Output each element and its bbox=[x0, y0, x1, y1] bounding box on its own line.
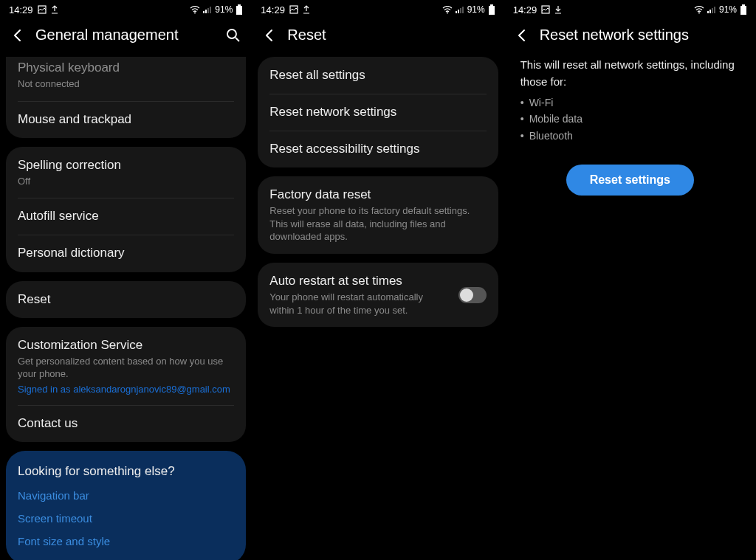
row-customization-service[interactable]: Customization Service Get personalized c… bbox=[6, 327, 246, 405]
upload-icon bbox=[51, 5, 58, 14]
battery-percent: 91% bbox=[215, 4, 233, 15]
svg-rect-20 bbox=[709, 10, 711, 13]
row-reset-all-settings[interactable]: Reset all settings bbox=[258, 57, 498, 94]
search-button[interactable] bbox=[225, 27, 241, 44]
wifi-icon bbox=[442, 6, 453, 14]
bullet-bluetooth: Bluetooth bbox=[529, 128, 740, 144]
row-title: Auto restart at set times bbox=[269, 273, 449, 289]
battery-icon bbox=[236, 4, 243, 15]
card-reset: Reset bbox=[6, 281, 246, 318]
row-reset-network-settings[interactable]: Reset network settings bbox=[258, 94, 498, 131]
battery-percent: 91% bbox=[467, 4, 485, 15]
screenshot-icon bbox=[38, 5, 47, 14]
wifi-icon bbox=[190, 6, 200, 14]
link-navigation-bar[interactable]: Navigation bar bbox=[18, 489, 234, 502]
signal-icon bbox=[707, 6, 716, 13]
row-title: Physical keyboard bbox=[18, 60, 234, 76]
panel-reset: 14:29 91% bbox=[252, 0, 504, 560]
panel-reset-network-settings: 14:29 91% bbox=[504, 0, 756, 560]
row-spelling-correction[interactable]: Spelling correction Off bbox=[6, 147, 246, 198]
row-title: Reset bbox=[18, 291, 234, 308]
header: General management bbox=[0, 19, 252, 57]
card-spelling-group: Spelling correction Off Autofill service… bbox=[6, 147, 246, 272]
row-sub: Off bbox=[18, 175, 234, 188]
page-title: General management bbox=[35, 27, 215, 44]
row-title: Factory data reset bbox=[269, 187, 486, 203]
row-reset-accessibility-settings[interactable]: Reset accessibility settings bbox=[258, 131, 498, 167]
card-looking-for: Looking for something else? Navigation b… bbox=[6, 451, 246, 560]
row-title: Mouse and trackpad bbox=[18, 111, 234, 128]
card-reset-options: Reset all settings Reset network setting… bbox=[258, 57, 498, 167]
row-physical-keyboard[interactable]: Physical keyboard Not connected bbox=[6, 57, 246, 101]
back-button[interactable] bbox=[262, 28, 277, 43]
svg-point-18 bbox=[698, 12, 700, 13]
svg-point-10 bbox=[447, 12, 448, 13]
row-title: Spelling correction bbox=[18, 157, 234, 173]
row-title: Contact us bbox=[18, 415, 234, 432]
svg-rect-13 bbox=[460, 8, 461, 13]
battery-percent: 91% bbox=[719, 4, 737, 15]
accent-title: Looking for something else? bbox=[18, 464, 234, 479]
row-title: Customization Service bbox=[18, 337, 234, 353]
signal-icon bbox=[203, 6, 212, 13]
svg-rect-16 bbox=[489, 6, 495, 15]
status-time: 14:29 bbox=[513, 4, 537, 15]
svg-rect-15 bbox=[490, 4, 493, 6]
status-bar: 14:29 91% bbox=[252, 0, 504, 19]
network-settings-list: Wi-Fi Mobile data Bluetooth bbox=[507, 90, 753, 144]
link-font-size-style[interactable]: Font size and style bbox=[18, 535, 234, 547]
svg-rect-11 bbox=[456, 11, 457, 13]
svg-rect-12 bbox=[458, 10, 459, 13]
row-title: Autofill service bbox=[18, 208, 234, 224]
bullet-mobile-data: Mobile data bbox=[529, 111, 740, 127]
row-title: Reset all settings bbox=[269, 67, 486, 83]
page-title: Reset network settings bbox=[540, 27, 746, 44]
auto-restart-toggle[interactable] bbox=[458, 287, 487, 303]
header: Reset network settings bbox=[504, 19, 756, 57]
row-factory-data-reset[interactable]: Factory data reset Reset your phone to i… bbox=[258, 176, 498, 254]
svg-rect-3 bbox=[205, 10, 207, 13]
row-personal-dictionary[interactable]: Personal dictionary bbox=[6, 235, 246, 272]
wifi-icon bbox=[694, 6, 704, 14]
panel-general-management: 14:29 91% bbox=[0, 0, 252, 560]
svg-rect-6 bbox=[238, 4, 241, 6]
card-auto-restart: Auto restart at set times Your phone wil… bbox=[258, 263, 498, 327]
row-link: Signed in as aleksandarognjanovic89@gmai… bbox=[18, 384, 234, 395]
row-auto-restart[interactable]: Auto restart at set times Your phone wil… bbox=[258, 263, 498, 327]
row-title: Reset network settings bbox=[269, 104, 486, 120]
row-mouse-trackpad[interactable]: Mouse and trackpad bbox=[6, 101, 246, 138]
row-sub: Not connected bbox=[18, 77, 234, 91]
back-button[interactable] bbox=[10, 28, 25, 43]
description-text: This will reset all network settings, in… bbox=[507, 57, 753, 90]
svg-rect-4 bbox=[207, 8, 209, 13]
screenshot-icon bbox=[541, 5, 550, 14]
status-time: 14:29 bbox=[261, 4, 285, 15]
row-contact-us[interactable]: Contact us bbox=[6, 405, 246, 442]
download-icon bbox=[554, 5, 562, 14]
battery-icon bbox=[488, 4, 495, 15]
upload-icon bbox=[303, 5, 310, 14]
screenshot-icon bbox=[289, 5, 298, 14]
card-customization: Customization Service Get personalized c… bbox=[6, 327, 246, 442]
svg-rect-2 bbox=[203, 11, 205, 13]
signal-icon bbox=[456, 6, 464, 13]
row-reset[interactable]: Reset bbox=[6, 281, 246, 318]
row-autofill-service[interactable]: Autofill service bbox=[6, 198, 246, 235]
card-factory-reset: Factory data reset Reset your phone to i… bbox=[258, 176, 498, 254]
bullet-wifi: Wi-Fi bbox=[529, 94, 740, 111]
svg-rect-23 bbox=[742, 4, 745, 6]
row-title: Personal dictionary bbox=[18, 245, 234, 261]
back-button[interactable] bbox=[515, 28, 529, 43]
svg-rect-22 bbox=[714, 7, 715, 13]
row-sub: Get personalized content based on how yo… bbox=[18, 355, 234, 381]
header: Reset bbox=[252, 19, 504, 57]
status-bar: 14:29 91% bbox=[504, 0, 756, 19]
status-bar: 14:29 91% bbox=[0, 0, 252, 19]
link-screen-timeout[interactable]: Screen timeout bbox=[18, 512, 234, 525]
svg-point-1 bbox=[194, 12, 196, 13]
reset-settings-button[interactable]: Reset settings bbox=[566, 165, 694, 196]
row-title: Reset accessibility settings bbox=[269, 141, 486, 157]
row-sub: Your phone will restart automatically wi… bbox=[269, 291, 449, 317]
svg-rect-5 bbox=[210, 7, 211, 13]
row-sub: Reset your phone to its factory default … bbox=[269, 204, 486, 243]
